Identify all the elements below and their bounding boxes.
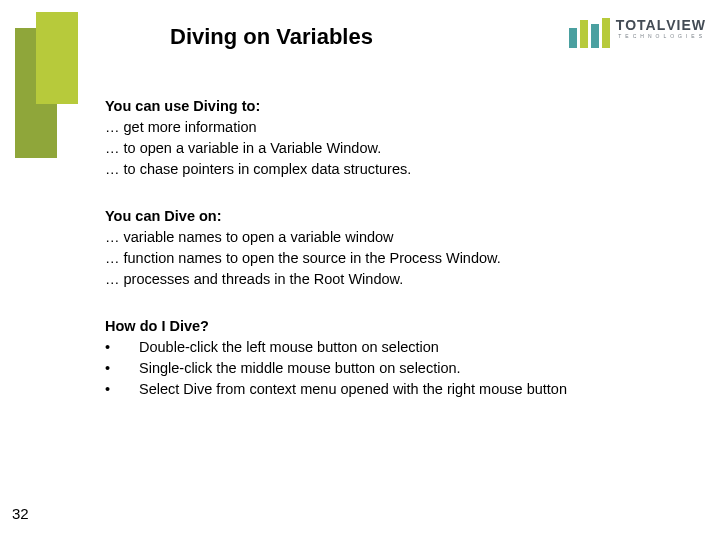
logo-bar: [580, 20, 588, 48]
page-number: 32: [12, 505, 29, 522]
logo-wordmark: TOTALVIEW: [616, 18, 706, 32]
list-item: •Single-click the middle mouse button on…: [105, 358, 665, 379]
section-heading: You can Dive on:: [105, 206, 665, 227]
bullet-text: Single-click the middle mouse button on …: [139, 358, 665, 379]
section: How do I Dive?•Double-click the left mou…: [105, 316, 665, 400]
list-item: … to open a variable in a Variable Windo…: [105, 138, 665, 159]
logo-subtext: TECHNOLOGIES: [616, 34, 706, 39]
bullet-text: Double-click the left mouse button on se…: [139, 337, 665, 358]
list-item: … function names to open the source in t…: [105, 248, 665, 269]
list-item: … get more information: [105, 117, 665, 138]
bullet-icon: •: [105, 337, 139, 358]
bullet-icon: •: [105, 358, 139, 379]
section: You can Dive on:… variable names to open…: [105, 206, 665, 290]
logo-bar: [591, 24, 599, 48]
brand-logo: TOTALVIEW TECHNOLOGIES: [569, 18, 706, 48]
logo-bars-icon: [569, 18, 610, 48]
list-item: •Select Dive from context menu opened wi…: [105, 379, 665, 400]
logo-text: TOTALVIEW TECHNOLOGIES: [616, 18, 706, 39]
slide: Diving on Variables TOTALVIEW TECHNOLOGI…: [0, 0, 720, 540]
logo-bar: [569, 28, 577, 48]
list-item: … to chase pointers in complex data stru…: [105, 159, 665, 180]
list-item: … processes and threads in the Root Wind…: [105, 269, 665, 290]
content-body: You can use Diving to:… get more informa…: [105, 96, 665, 426]
logo-word-light: TOTAL: [616, 17, 666, 33]
list-item: •Double-click the left mouse button on s…: [105, 337, 665, 358]
bullet-text: Select Dive from context menu opened wit…: [139, 379, 665, 400]
logo-bar: [602, 18, 610, 48]
section: You can use Diving to:… get more informa…: [105, 96, 665, 180]
bullet-icon: •: [105, 379, 139, 400]
corner-decoration-front: [36, 12, 78, 104]
list-item: … variable names to open a variable wind…: [105, 227, 665, 248]
page-title: Diving on Variables: [170, 24, 373, 50]
section-heading: How do I Dive?: [105, 316, 665, 337]
section-heading: You can use Diving to:: [105, 96, 665, 117]
logo-word-bold: VIEW: [666, 17, 706, 33]
